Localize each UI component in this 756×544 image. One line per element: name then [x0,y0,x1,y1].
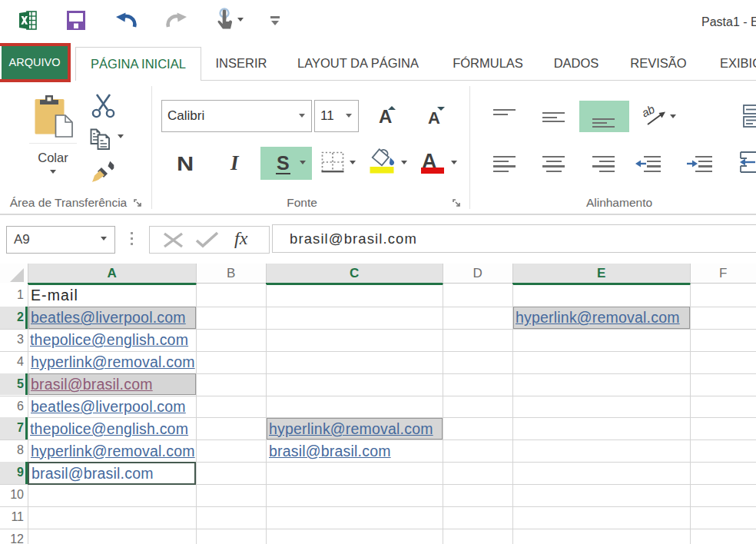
svg-text:ab: ab [642,104,657,120]
